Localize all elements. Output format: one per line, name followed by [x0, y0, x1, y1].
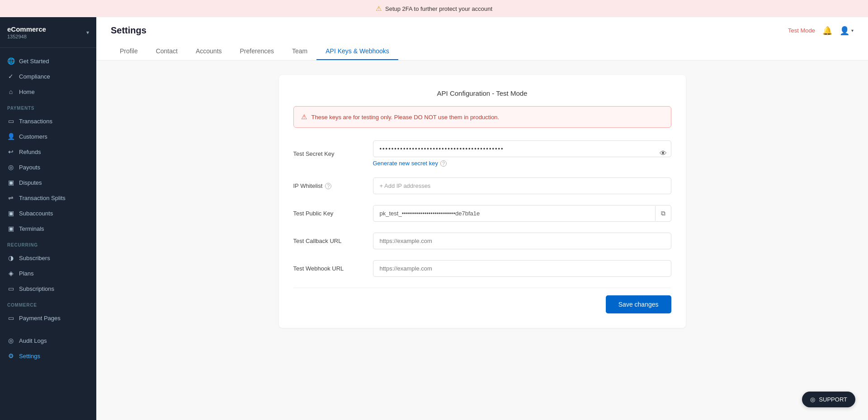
copy-public-key-button[interactable]: ⧉ [655, 206, 671, 221]
warning-icon: ⚠ [376, 5, 382, 13]
secret-key-display: ••••••••••••••••••••••••••••••••••••••••… [373, 140, 671, 157]
main-body: API Configuration - Test Mode ⚠ These ke… [96, 61, 868, 420]
toggle-secret-visibility-button[interactable]: 👁 [660, 149, 667, 158]
user-chevron-icon: ▾ [851, 28, 854, 33]
sidebar-item-label: Settings [19, 353, 40, 359]
banner-text: Setup 2FA to further protect your accoun… [385, 5, 492, 12]
sidebar-item-label: Plans [19, 270, 34, 277]
sidebar-item-disputes[interactable]: ▣ Disputes [0, 175, 96, 190]
help-icon: ? [440, 160, 447, 167]
ip-whitelist-row: IP Whitelist ? + Add IP addresses [293, 177, 671, 194]
card-title: API Configuration - Test Mode [293, 89, 671, 97]
sidebar-item-transactions[interactable]: ▭ Transactions [0, 113, 96, 129]
public-key-input[interactable] [373, 205, 655, 221]
recurring-section-label: RECURRING [0, 236, 96, 250]
user-icon: 👤 [840, 26, 849, 36]
public-key-row: Test Public Key ⧉ [293, 205, 671, 222]
globe-icon: 🌐 [7, 57, 14, 65]
audit-icon: ◎ [7, 337, 14, 344]
refunds-icon: ↩ [7, 148, 14, 155]
page-title: Settings [111, 25, 146, 36]
secret-key-label: Test Secret Key [293, 150, 366, 157]
callback-url-input[interactable] [373, 233, 671, 249]
sidebar-item-payment-pages[interactable]: ▭ Payment Pages [0, 310, 96, 326]
test-mode-badge: Test Mode [788, 27, 815, 34]
public-key-wrapper: ⧉ [373, 205, 671, 222]
sidebar-item-get-started[interactable]: 🌐 Get Started [0, 53, 96, 69]
payment-pages-icon: ▭ [7, 314, 14, 322]
support-label: SUPPORT [819, 396, 847, 403]
alert-icon: ⚠ [301, 113, 307, 121]
sidebar-item-home[interactable]: ⌂ Home [0, 84, 96, 99]
info-icon: ? [325, 183, 331, 189]
secret-key-input-wrapper: ••••••••••••••••••••••••••••••••••••••••… [373, 140, 671, 167]
sidebar-item-subscribers[interactable]: ◑ Subscribers [0, 250, 96, 266]
sidebar-item-plans[interactable]: ◈ Plans [0, 266, 96, 281]
generate-secret-key-link[interactable]: Generate new secret key ? [373, 160, 671, 167]
sidebar-item-label: Transaction Splits [19, 195, 66, 201]
sidebar-item-label: Transactions [19, 118, 52, 125]
ip-whitelist-input[interactable]: + Add IP addresses [373, 177, 671, 194]
sidebar-item-compliance[interactable]: ✓ Compliance [0, 69, 96, 84]
sidebar-item-payouts[interactable]: ◎ Payouts [0, 159, 96, 175]
tab-profile[interactable]: Profile [111, 43, 147, 60]
sidebar: eCommerce 1352948 ▾ 🌐 Get Started ✓ Comp… [0, 17, 96, 420]
webhook-url-input[interactable] [373, 260, 671, 277]
subscribers-icon: ◑ [7, 254, 14, 261]
notifications-button[interactable]: 🔔 [822, 26, 832, 36]
home-icon: ⌂ [7, 88, 14, 95]
sidebar-item-subaccounts[interactable]: ▣ Subaccounts [0, 205, 96, 221]
sidebar-item-label: Terminals [19, 225, 44, 232]
card-footer: Save changes [293, 295, 671, 313]
settings-card: API Configuration - Test Mode ⚠ These ke… [279, 75, 686, 328]
generate-link-text: Generate new secret key [373, 160, 439, 167]
sidebar-item-label: Disputes [19, 179, 42, 186]
sidebar-item-audit-logs[interactable]: ◎ Audit Logs [0, 333, 96, 348]
tab-preferences[interactable]: Preferences [231, 43, 283, 60]
main-content: Settings Test Mode 🔔 👤 ▾ Profile Contact… [96, 17, 868, 420]
sidebar-item-label: Payouts [19, 164, 40, 171]
subscriptions-icon: ▭ [7, 285, 14, 292]
sidebar-item-label: Compliance [19, 73, 50, 80]
sidebar-nav: 🌐 Get Started ✓ Compliance ⌂ Home PAYMEN… [0, 48, 96, 420]
sidebar-item-transaction-splits[interactable]: ⇌ Transaction Splits [0, 190, 96, 205]
sidebar-item-label: Customers [19, 133, 47, 140]
tab-team[interactable]: Team [283, 43, 316, 60]
sidebar-item-label: Audit Logs [19, 337, 47, 344]
ip-whitelist-placeholder: + Add IP addresses [380, 182, 431, 189]
alert-text: These keys are for testing only. Please … [311, 114, 500, 121]
copy-icon: ⧉ [661, 210, 665, 217]
chevron-down-icon: ▾ [86, 29, 89, 36]
sidebar-item-label: Get Started [19, 58, 49, 65]
sidebar-item-settings[interactable]: ⚙ Settings [0, 348, 96, 364]
sidebar-item-refunds[interactable]: ↩ Refunds [0, 144, 96, 159]
sidebar-item-label: Subscriptions [19, 285, 54, 292]
secret-key-row: Test Secret Key ••••••••••••••••••••••••… [293, 140, 671, 167]
sidebar-item-label: Payment Pages [19, 315, 61, 322]
customers-icon: 👤 [7, 133, 14, 140]
settings-icon: ⚙ [7, 352, 14, 359]
subaccounts-icon: ▣ [7, 210, 14, 217]
sidebar-item-customers[interactable]: 👤 Customers [0, 129, 96, 144]
brand-id: 1352948 [7, 34, 46, 39]
brand-name: eCommerce [7, 25, 46, 33]
tab-contact[interactable]: Contact [147, 43, 187, 60]
payments-section-label: PAYMENTS [0, 99, 96, 113]
user-menu-button[interactable]: 👤 ▾ [840, 26, 854, 36]
sidebar-item-terminals[interactable]: ▣ Terminals [0, 221, 96, 236]
top-banner: ⚠ Setup 2FA to further protect your acco… [0, 0, 868, 17]
sidebar-item-subscriptions[interactable]: ▭ Subscriptions [0, 281, 96, 296]
support-icon: ◎ [810, 396, 815, 403]
alert-box: ⚠ These keys are for testing only. Pleas… [293, 106, 671, 128]
save-changes-button[interactable]: Save changes [606, 295, 671, 313]
webhook-url-row: Test Webhook URL [293, 260, 671, 277]
support-button[interactable]: ◎ SUPPORT [802, 392, 855, 407]
sidebar-item-label: Refunds [19, 149, 41, 155]
transactions-icon: ▭ [7, 117, 14, 125]
tab-api-keys[interactable]: API Keys & Webhooks [316, 43, 398, 60]
callback-url-label: Test Callback URL [293, 238, 366, 244]
sidebar-brand[interactable]: eCommerce 1352948 ▾ [0, 17, 96, 48]
tab-accounts[interactable]: Accounts [187, 43, 231, 60]
main-header: Settings Test Mode 🔔 👤 ▾ Profile Contact… [96, 17, 868, 61]
disputes-icon: ▣ [7, 179, 14, 186]
